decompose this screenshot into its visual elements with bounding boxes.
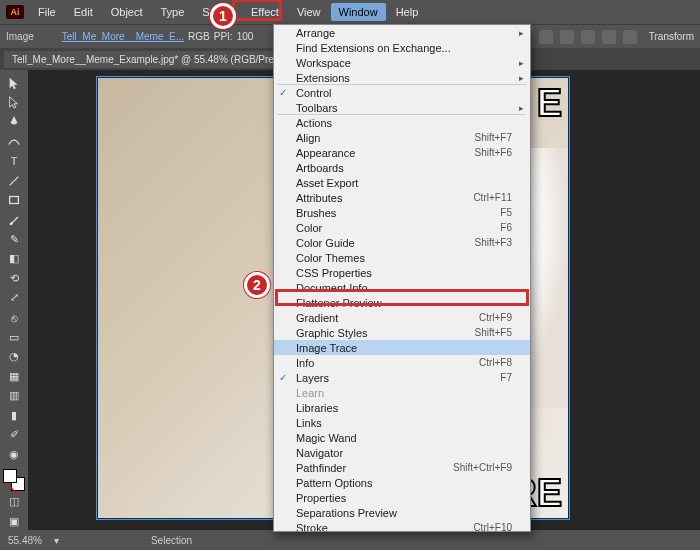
brush-tool-icon[interactable] bbox=[4, 211, 24, 229]
menu-item-label: Document Info bbox=[296, 282, 368, 294]
zoom-level[interactable]: 55.48% bbox=[8, 535, 42, 546]
align-icon[interactable] bbox=[602, 30, 616, 44]
menu-item-shortcut: Shift+F7 bbox=[474, 132, 512, 143]
scale-tool-icon[interactable]: ⤢ bbox=[4, 289, 24, 307]
shape-builder-tool-icon[interactable]: ◔ bbox=[4, 348, 24, 366]
menu-item-label: Separations Preview bbox=[296, 507, 397, 519]
menu-item-align[interactable]: AlignShift+F7 bbox=[274, 130, 530, 145]
menu-item-workspace[interactable]: Workspace bbox=[274, 55, 530, 70]
menu-item-artboards[interactable]: Artboards bbox=[274, 160, 530, 175]
menu-item-pattern-options[interactable]: Pattern Options bbox=[274, 475, 530, 490]
curvature-tool-icon[interactable] bbox=[4, 133, 24, 151]
menu-file[interactable]: File bbox=[30, 3, 64, 21]
menu-item-gradient[interactable]: GradientCtrl+F9 bbox=[274, 310, 530, 325]
menu-type[interactable]: Type bbox=[153, 3, 193, 21]
width-tool-icon[interactable]: ⎋ bbox=[4, 309, 24, 327]
align-icon[interactable] bbox=[560, 30, 574, 44]
window-menu-dropdown: ArrangeFind Extensions on Exchange...Wor… bbox=[273, 24, 531, 532]
menu-help[interactable]: Help bbox=[388, 3, 427, 21]
annotation-2: 2 bbox=[244, 272, 270, 298]
rectangle-tool-icon[interactable] bbox=[4, 191, 24, 209]
align-icon[interactable] bbox=[623, 30, 637, 44]
fill-stroke-swatches[interactable] bbox=[3, 469, 25, 490]
menu-item-shortcut: F7 bbox=[500, 372, 512, 383]
menu-edit[interactable]: Edit bbox=[66, 3, 101, 21]
menu-item-graphic-styles[interactable]: Graphic StylesShift+F5 bbox=[274, 325, 530, 340]
type-tool-icon[interactable]: T bbox=[4, 152, 24, 170]
selection-tool-icon[interactable] bbox=[4, 74, 24, 92]
menu-item-separations-preview[interactable]: Separations Preview bbox=[274, 505, 530, 520]
menu-item-label: Graphic Styles bbox=[296, 327, 368, 339]
line-tool-icon[interactable] bbox=[4, 172, 24, 190]
rotate-tool-icon[interactable]: ⟲ bbox=[4, 270, 24, 288]
menu-item-label: Stroke bbox=[296, 522, 328, 533]
menu-item-flattener-preview[interactable]: Flattener Preview bbox=[274, 295, 530, 310]
align-icon[interactable] bbox=[581, 30, 595, 44]
menu-item-stroke[interactable]: StrokeCtrl+F10 bbox=[274, 520, 530, 532]
menu-item-brushes[interactable]: BrushesF5 bbox=[274, 205, 530, 220]
menu-effect[interactable]: Effect bbox=[243, 3, 287, 21]
menu-item-appearance[interactable]: AppearanceShift+F6 bbox=[274, 145, 530, 160]
menu-item-control[interactable]: ✓Control bbox=[274, 85, 530, 100]
app-logo: Ai bbox=[6, 5, 24, 19]
menu-item-image-trace[interactable]: Image Trace bbox=[274, 340, 530, 355]
eyedropper-tool-icon[interactable]: ✐ bbox=[4, 426, 24, 444]
menu-item-css-properties[interactable]: CSS Properties bbox=[274, 265, 530, 280]
menu-item-navigator[interactable]: Navigator bbox=[274, 445, 530, 460]
document-tab[interactable]: Tell_Me_More__Meme_Example.jpg* @ 55.48%… bbox=[4, 51, 317, 68]
direct-selection-tool-icon[interactable] bbox=[4, 94, 24, 112]
menu-item-info[interactable]: InfoCtrl+F8 bbox=[274, 355, 530, 370]
menu-item-label: Navigator bbox=[296, 447, 343, 459]
menu-item-shortcut: F6 bbox=[500, 222, 512, 233]
transform-link[interactable]: Transform bbox=[649, 31, 694, 42]
menu-item-magic-wand[interactable]: Magic Wand bbox=[274, 430, 530, 445]
menu-item-color[interactable]: ColorF6 bbox=[274, 220, 530, 235]
menu-item-asset-export[interactable]: Asset Export bbox=[274, 175, 530, 190]
menu-item-color-themes[interactable]: Color Themes bbox=[274, 250, 530, 265]
menu-item-layers[interactable]: ✓LayersF7 bbox=[274, 370, 530, 385]
gradient-tool-icon[interactable]: ▮ bbox=[4, 407, 24, 425]
meme-text-top: E bbox=[537, 84, 562, 122]
menu-item-attributes[interactable]: AttributesCtrl+F11 bbox=[274, 190, 530, 205]
shaper-tool-icon[interactable]: ✎ bbox=[4, 231, 24, 249]
align-icon[interactable] bbox=[539, 30, 553, 44]
menu-object[interactable]: Object bbox=[103, 3, 151, 21]
menu-item-label: Learn bbox=[296, 387, 324, 399]
menu-item-properties[interactable]: Properties bbox=[274, 490, 530, 505]
svg-line-0 bbox=[10, 176, 19, 185]
menu-item-label: Actions bbox=[296, 117, 332, 129]
mesh-tool-icon[interactable]: ▥ bbox=[4, 387, 24, 405]
menu-item-label: Properties bbox=[296, 492, 346, 504]
screen-mode-icon[interactable]: ▣ bbox=[4, 512, 24, 530]
menu-item-label: Color bbox=[296, 222, 322, 234]
menu-item-extensions[interactable]: Extensions bbox=[274, 70, 530, 85]
menu-item-label: Color Themes bbox=[296, 252, 365, 264]
menu-item-shortcut: Ctrl+F10 bbox=[473, 522, 512, 532]
ppi-label: PPI: bbox=[214, 31, 233, 42]
perspective-tool-icon[interactable]: ▦ bbox=[4, 367, 24, 385]
menu-item-toolbars[interactable]: Toolbars bbox=[274, 100, 530, 115]
menu-item-color-guide[interactable]: Color GuideShift+F3 bbox=[274, 235, 530, 250]
menu-item-label: Artboards bbox=[296, 162, 344, 174]
menu-item-actions[interactable]: Actions bbox=[274, 115, 530, 130]
menu-item-libraries[interactable]: Libraries bbox=[274, 400, 530, 415]
menu-window[interactable]: Window bbox=[331, 3, 386, 21]
menu-item-pathfinder[interactable]: PathfinderShift+Ctrl+F9 bbox=[274, 460, 530, 475]
menu-item-label: Find Extensions on Exchange... bbox=[296, 42, 451, 54]
blend-tool-icon[interactable]: ◉ bbox=[4, 446, 24, 464]
menu-item-document-info[interactable]: Document Info bbox=[274, 280, 530, 295]
menu-view[interactable]: View bbox=[289, 3, 329, 21]
menu-item-links[interactable]: Links bbox=[274, 415, 530, 430]
menu-item-find-extensions-on-exchange-[interactable]: Find Extensions on Exchange... bbox=[274, 40, 530, 55]
linked-file-name[interactable]: Tell_Me_More__Meme_E... bbox=[62, 31, 184, 42]
menu-item-shortcut: Ctrl+F8 bbox=[479, 357, 512, 368]
eraser-tool-icon[interactable]: ◧ bbox=[4, 250, 24, 268]
pen-tool-icon[interactable] bbox=[4, 113, 24, 131]
menu-item-arrange[interactable]: Arrange bbox=[274, 25, 530, 40]
draw-mode-icon[interactable]: ◫ bbox=[4, 493, 24, 511]
free-transform-tool-icon[interactable]: ▭ bbox=[4, 328, 24, 346]
menubar: Ai FileEditObjectTypeSelectEffectViewWin… bbox=[0, 0, 700, 24]
menu-item-label: Arrange bbox=[296, 27, 335, 39]
document-tab-title: Tell_Me_More__Meme_Example.jpg* @ 55.48%… bbox=[12, 54, 297, 65]
fill-swatch[interactable] bbox=[3, 469, 17, 483]
